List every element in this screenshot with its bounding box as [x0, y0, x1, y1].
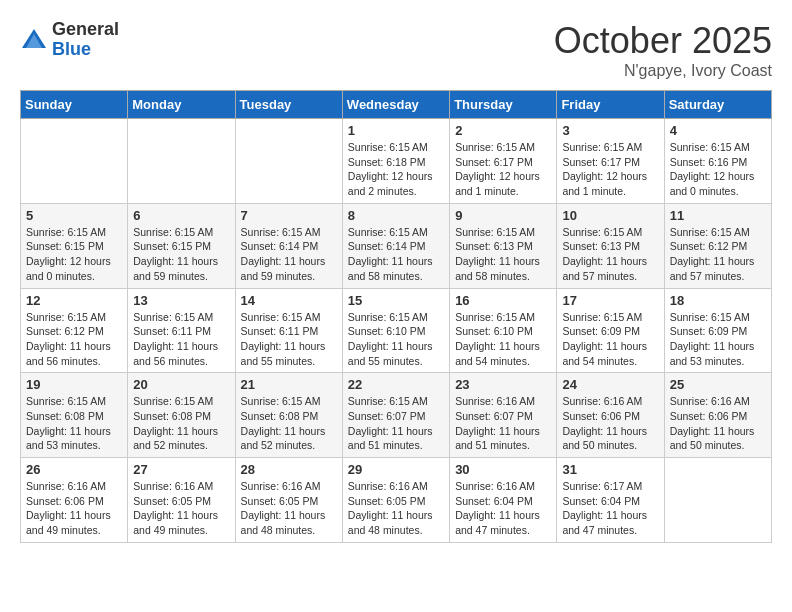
day-info: Sunrise: 6:15 AM Sunset: 6:09 PM Dayligh… — [670, 310, 766, 369]
day-info: Sunrise: 6:15 AM Sunset: 6:13 PM Dayligh… — [562, 225, 658, 284]
week-row-0: 1Sunrise: 6:15 AM Sunset: 6:18 PM Daylig… — [21, 119, 772, 204]
day-cell — [664, 458, 771, 543]
logo: General Blue — [20, 20, 119, 60]
header-row: Sunday Monday Tuesday Wednesday Thursday… — [21, 91, 772, 119]
day-number: 24 — [562, 377, 658, 392]
day-info: Sunrise: 6:15 AM Sunset: 6:10 PM Dayligh… — [348, 310, 444, 369]
location: N'gapye, Ivory Coast — [554, 62, 772, 80]
day-info: Sunrise: 6:15 AM Sunset: 6:08 PM Dayligh… — [26, 394, 122, 453]
day-info: Sunrise: 6:15 AM Sunset: 6:17 PM Dayligh… — [562, 140, 658, 199]
day-number: 17 — [562, 293, 658, 308]
day-cell: 21Sunrise: 6:15 AM Sunset: 6:08 PM Dayli… — [235, 373, 342, 458]
day-number: 5 — [26, 208, 122, 223]
col-monday: Monday — [128, 91, 235, 119]
day-number: 28 — [241, 462, 337, 477]
day-cell: 10Sunrise: 6:15 AM Sunset: 6:13 PM Dayli… — [557, 203, 664, 288]
day-number: 11 — [670, 208, 766, 223]
day-info: Sunrise: 6:15 AM Sunset: 6:08 PM Dayligh… — [133, 394, 229, 453]
day-info: Sunrise: 6:15 AM Sunset: 6:10 PM Dayligh… — [455, 310, 551, 369]
day-cell: 22Sunrise: 6:15 AM Sunset: 6:07 PM Dayli… — [342, 373, 449, 458]
day-number: 19 — [26, 377, 122, 392]
week-row-1: 5Sunrise: 6:15 AM Sunset: 6:15 PM Daylig… — [21, 203, 772, 288]
week-row-3: 19Sunrise: 6:15 AM Sunset: 6:08 PM Dayli… — [21, 373, 772, 458]
calendar-header: Sunday Monday Tuesday Wednesday Thursday… — [21, 91, 772, 119]
day-cell: 19Sunrise: 6:15 AM Sunset: 6:08 PM Dayli… — [21, 373, 128, 458]
day-info: Sunrise: 6:15 AM Sunset: 6:14 PM Dayligh… — [348, 225, 444, 284]
day-number: 2 — [455, 123, 551, 138]
day-cell: 27Sunrise: 6:16 AM Sunset: 6:05 PM Dayli… — [128, 458, 235, 543]
day-info: Sunrise: 6:15 AM Sunset: 6:15 PM Dayligh… — [133, 225, 229, 284]
day-info: Sunrise: 6:15 AM Sunset: 6:13 PM Dayligh… — [455, 225, 551, 284]
day-cell: 24Sunrise: 6:16 AM Sunset: 6:06 PM Dayli… — [557, 373, 664, 458]
day-cell: 17Sunrise: 6:15 AM Sunset: 6:09 PM Dayli… — [557, 288, 664, 373]
day-info: Sunrise: 6:15 AM Sunset: 6:17 PM Dayligh… — [455, 140, 551, 199]
logo-blue: Blue — [52, 40, 119, 60]
day-number: 15 — [348, 293, 444, 308]
day-cell: 13Sunrise: 6:15 AM Sunset: 6:11 PM Dayli… — [128, 288, 235, 373]
day-cell: 5Sunrise: 6:15 AM Sunset: 6:15 PM Daylig… — [21, 203, 128, 288]
day-cell: 26Sunrise: 6:16 AM Sunset: 6:06 PM Dayli… — [21, 458, 128, 543]
day-number: 29 — [348, 462, 444, 477]
day-cell — [128, 119, 235, 204]
day-info: Sunrise: 6:16 AM Sunset: 6:06 PM Dayligh… — [562, 394, 658, 453]
day-number: 31 — [562, 462, 658, 477]
day-cell — [21, 119, 128, 204]
logo-general: General — [52, 20, 119, 40]
day-number: 10 — [562, 208, 658, 223]
day-number: 20 — [133, 377, 229, 392]
day-number: 8 — [348, 208, 444, 223]
day-number: 7 — [241, 208, 337, 223]
day-number: 9 — [455, 208, 551, 223]
day-info: Sunrise: 6:16 AM Sunset: 6:05 PM Dayligh… — [348, 479, 444, 538]
day-cell: 7Sunrise: 6:15 AM Sunset: 6:14 PM Daylig… — [235, 203, 342, 288]
day-info: Sunrise: 6:15 AM Sunset: 6:11 PM Dayligh… — [241, 310, 337, 369]
day-cell: 30Sunrise: 6:16 AM Sunset: 6:04 PM Dayli… — [450, 458, 557, 543]
day-info: Sunrise: 6:15 AM Sunset: 6:12 PM Dayligh… — [26, 310, 122, 369]
day-cell: 3Sunrise: 6:15 AM Sunset: 6:17 PM Daylig… — [557, 119, 664, 204]
logo-icon — [20, 26, 48, 54]
day-number: 30 — [455, 462, 551, 477]
day-info: Sunrise: 6:15 AM Sunset: 6:09 PM Dayligh… — [562, 310, 658, 369]
day-cell: 6Sunrise: 6:15 AM Sunset: 6:15 PM Daylig… — [128, 203, 235, 288]
day-number: 14 — [241, 293, 337, 308]
day-info: Sunrise: 6:16 AM Sunset: 6:05 PM Dayligh… — [133, 479, 229, 538]
day-info: Sunrise: 6:16 AM Sunset: 6:06 PM Dayligh… — [670, 394, 766, 453]
logo-text: General Blue — [52, 20, 119, 60]
day-number: 16 — [455, 293, 551, 308]
day-cell: 11Sunrise: 6:15 AM Sunset: 6:12 PM Dayli… — [664, 203, 771, 288]
col-thursday: Thursday — [450, 91, 557, 119]
day-info: Sunrise: 6:15 AM Sunset: 6:07 PM Dayligh… — [348, 394, 444, 453]
day-cell: 23Sunrise: 6:16 AM Sunset: 6:07 PM Dayli… — [450, 373, 557, 458]
col-wednesday: Wednesday — [342, 91, 449, 119]
day-number: 4 — [670, 123, 766, 138]
day-cell: 16Sunrise: 6:15 AM Sunset: 6:10 PM Dayli… — [450, 288, 557, 373]
day-info: Sunrise: 6:15 AM Sunset: 6:14 PM Dayligh… — [241, 225, 337, 284]
col-friday: Friday — [557, 91, 664, 119]
day-cell — [235, 119, 342, 204]
day-number: 13 — [133, 293, 229, 308]
day-number: 22 — [348, 377, 444, 392]
day-number: 27 — [133, 462, 229, 477]
day-number: 23 — [455, 377, 551, 392]
day-info: Sunrise: 6:15 AM Sunset: 6:15 PM Dayligh… — [26, 225, 122, 284]
day-cell: 9Sunrise: 6:15 AM Sunset: 6:13 PM Daylig… — [450, 203, 557, 288]
col-saturday: Saturday — [664, 91, 771, 119]
day-cell: 12Sunrise: 6:15 AM Sunset: 6:12 PM Dayli… — [21, 288, 128, 373]
day-number: 12 — [26, 293, 122, 308]
day-cell: 25Sunrise: 6:16 AM Sunset: 6:06 PM Dayli… — [664, 373, 771, 458]
calendar-body: 1Sunrise: 6:15 AM Sunset: 6:18 PM Daylig… — [21, 119, 772, 543]
day-cell: 31Sunrise: 6:17 AM Sunset: 6:04 PM Dayli… — [557, 458, 664, 543]
day-info: Sunrise: 6:16 AM Sunset: 6:05 PM Dayligh… — [241, 479, 337, 538]
day-number: 1 — [348, 123, 444, 138]
day-cell: 28Sunrise: 6:16 AM Sunset: 6:05 PM Dayli… — [235, 458, 342, 543]
day-info: Sunrise: 6:15 AM Sunset: 6:16 PM Dayligh… — [670, 140, 766, 199]
day-info: Sunrise: 6:15 AM Sunset: 6:11 PM Dayligh… — [133, 310, 229, 369]
page-header: General Blue October 2025 N'gapye, Ivory… — [20, 20, 772, 80]
week-row-2: 12Sunrise: 6:15 AM Sunset: 6:12 PM Dayli… — [21, 288, 772, 373]
day-number: 25 — [670, 377, 766, 392]
day-info: Sunrise: 6:16 AM Sunset: 6:06 PM Dayligh… — [26, 479, 122, 538]
day-cell: 4Sunrise: 6:15 AM Sunset: 6:16 PM Daylig… — [664, 119, 771, 204]
day-number: 3 — [562, 123, 658, 138]
day-info: Sunrise: 6:15 AM Sunset: 6:18 PM Dayligh… — [348, 140, 444, 199]
day-number: 18 — [670, 293, 766, 308]
